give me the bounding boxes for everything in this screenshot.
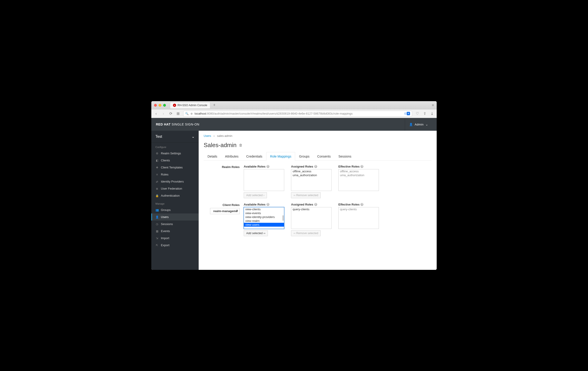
address-bar[interactable]: 🔍 ⊕ localhost:8080/auth/admin/master/con… bbox=[183, 111, 412, 117]
help-icon[interactable]: ? bbox=[314, 203, 317, 206]
option-view-clients[interactable]: view-clients bbox=[244, 207, 284, 211]
identity-providers-icon: ⇄ bbox=[155, 180, 159, 183]
realm-settings-icon: ⚙ bbox=[155, 152, 159, 155]
search-icon: 🔍 bbox=[185, 112, 189, 115]
option-view-users[interactable]: view-users bbox=[244, 223, 284, 227]
help-icon[interactable]: ? bbox=[360, 165, 363, 168]
option-view-realm[interactable]: view-realm bbox=[244, 219, 284, 223]
client-effective-roles: query-clients bbox=[338, 207, 379, 229]
events-icon: ▦ bbox=[155, 230, 159, 233]
window-controls bbox=[154, 104, 166, 107]
breadcrumb: Users » sales-admin bbox=[204, 134, 432, 138]
option-offline_access: offline_access bbox=[339, 169, 379, 173]
sidebar-item-users[interactable]: 👤Users bbox=[151, 213, 199, 221]
user-name: Admin bbox=[415, 123, 423, 126]
sidebar-item-groups[interactable]: 👥Groups bbox=[151, 206, 199, 213]
help-icon[interactable]: ? bbox=[360, 203, 363, 206]
realm-assigned-roles[interactable]: offline_accessuma_authorization bbox=[291, 169, 332, 191]
export-icon: ⇱ bbox=[155, 244, 159, 247]
tab-details[interactable]: Details bbox=[204, 152, 221, 161]
sidebar-item-client-templates[interactable]: ❖Client Templates bbox=[151, 164, 199, 171]
sidebar-item-user-federation[interactable]: ≣User Federation bbox=[151, 185, 199, 192]
sidebar-item-identity-providers[interactable]: ⇄Identity Providers bbox=[151, 178, 199, 185]
help-icon[interactable]: ? bbox=[266, 165, 269, 168]
tab-consents[interactable]: Consents bbox=[313, 152, 335, 161]
client-roles-label: Client Roles bbox=[222, 203, 240, 207]
client-roles-row: Client Roles realm-manageme Available Ro… bbox=[204, 203, 432, 236]
add-selected-button[interactable]: Add selected › bbox=[244, 192, 267, 198]
browser-toolbar: ‹ › ⟳ ⊞ 🔍 ⊕ localhost:8080/auth/admin/ma… bbox=[151, 109, 437, 118]
favorite-icon[interactable]: ♡ bbox=[415, 111, 419, 116]
url-host: localhost bbox=[195, 112, 206, 115]
sidebar: Test ⌄ Configure ⚙Realm Settings◧Clients… bbox=[151, 131, 199, 270]
tab-role-mappings[interactable]: Role Mappings bbox=[266, 152, 295, 161]
sessions-icon: ◷ bbox=[155, 222, 159, 226]
authentication-icon: 🔒 bbox=[155, 194, 159, 197]
user-icon: 👤 bbox=[409, 123, 413, 126]
delete-icon[interactable]: 🗑 bbox=[239, 143, 242, 147]
option-uma_authorization: uma_authorization bbox=[339, 173, 379, 177]
share-icon[interactable]: ⇪ bbox=[423, 111, 427, 116]
blocker-badge[interactable]: 0 ✕ bbox=[404, 112, 410, 115]
close-window[interactable] bbox=[154, 104, 157, 107]
users-icon: 👤 bbox=[155, 216, 159, 219]
breadcrumb-current: sales-admin bbox=[217, 134, 232, 138]
page-title: Sales-admin 🗑 bbox=[204, 142, 432, 149]
favicon-icon bbox=[173, 104, 176, 107]
realm-available-roles[interactable] bbox=[244, 169, 284, 191]
help-icon[interactable]: ? bbox=[314, 165, 317, 168]
help-icon[interactable]: ? bbox=[266, 203, 269, 206]
user-menu[interactable]: 👤 Admin ⌄ bbox=[405, 118, 432, 131]
user-federation-icon: ≣ bbox=[155, 187, 159, 190]
back-button[interactable]: ‹ bbox=[154, 112, 158, 116]
realm-selector[interactable]: Test ⌄ bbox=[151, 131, 199, 142]
minimize-window[interactable] bbox=[159, 104, 161, 107]
browser-tab[interactable]: RH-SSO Admin Console bbox=[170, 102, 210, 109]
remove-selected-button[interactable]: ‹‹ Remove selected bbox=[291, 192, 321, 198]
groups-icon: 👥 bbox=[155, 209, 159, 212]
tab-sessions[interactable]: Sessions bbox=[335, 152, 355, 161]
tabs-overflow-icon[interactable]: ≡ bbox=[432, 103, 434, 107]
globe-icon: ⊕ bbox=[190, 112, 193, 115]
remove-selected-button[interactable]: ‹‹ Remove selected bbox=[291, 230, 321, 236]
sidebar-item-export[interactable]: ⇱Export bbox=[151, 242, 199, 249]
scrollbar-thumb[interactable] bbox=[282, 215, 284, 221]
chevron-down-icon: ⌄ bbox=[192, 134, 195, 139]
sidebar-item-realm-settings[interactable]: ⚙Realm Settings bbox=[151, 150, 199, 157]
sidebar-item-authentication[interactable]: 🔒Authentication bbox=[151, 192, 199, 199]
downloads-icon[interactable]: ⤓ bbox=[430, 111, 434, 116]
sidebar-item-import[interactable]: ⇲Import bbox=[151, 235, 199, 242]
option-query-clients[interactable]: query-clients bbox=[291, 207, 331, 211]
sidebar-item-roles[interactable]: ≡Roles bbox=[151, 171, 199, 178]
brand: RED HAT SINGLE SIGN-ON bbox=[156, 122, 199, 126]
zoom-window[interactable] bbox=[163, 104, 166, 107]
tab-attributes[interactable]: Attributes bbox=[221, 152, 242, 161]
apps-icon[interactable]: ⊞ bbox=[176, 111, 180, 116]
tab-groups[interactable]: Groups bbox=[295, 152, 313, 161]
blocker-x-icon: ✕ bbox=[407, 112, 410, 115]
tab-credentials[interactable]: Credentials bbox=[242, 152, 266, 161]
url-path: :8080/auth/admin/master/console/#/realms… bbox=[206, 112, 352, 115]
sidebar-item-sessions[interactable]: ◷Sessions bbox=[151, 221, 199, 228]
section-manage-label: Manage bbox=[151, 199, 199, 206]
realm-effective-roles: offline_accessuma_authorization bbox=[338, 169, 379, 191]
option-view-identity-providers[interactable]: view-identity-providers bbox=[244, 215, 284, 219]
option-offline_access[interactable]: offline_access bbox=[291, 169, 331, 173]
new-tab-button[interactable]: + bbox=[212, 103, 217, 108]
forward-button[interactable]: › bbox=[161, 112, 165, 116]
client-available-roles[interactable]: view-clientsview-eventsview-identity-pro… bbox=[244, 207, 284, 229]
reload-button[interactable]: ⟳ bbox=[169, 111, 173, 116]
main-content: Users » sales-admin Sales-admin 🗑 Detail… bbox=[199, 131, 437, 270]
option-uma_authorization[interactable]: uma_authorization bbox=[291, 173, 331, 177]
option-view-events[interactable]: view-events bbox=[244, 211, 284, 215]
sidebar-item-clients[interactable]: ◧Clients bbox=[151, 157, 199, 164]
client-select[interactable]: realm-manageme bbox=[210, 208, 240, 214]
roles-icon: ≡ bbox=[155, 173, 159, 176]
sidebar-item-events[interactable]: ▦Events bbox=[151, 228, 199, 235]
breadcrumb-root[interactable]: Users bbox=[204, 134, 211, 138]
client-templates-icon: ❖ bbox=[155, 166, 159, 169]
client-assigned-roles[interactable]: query-clients bbox=[291, 207, 332, 229]
titlebar: RH-SSO Admin Console + ≡ bbox=[151, 101, 437, 109]
add-selected-button[interactable]: Add selected ›› bbox=[244, 230, 268, 236]
realm-roles-label: Realm Roles bbox=[204, 165, 244, 169]
